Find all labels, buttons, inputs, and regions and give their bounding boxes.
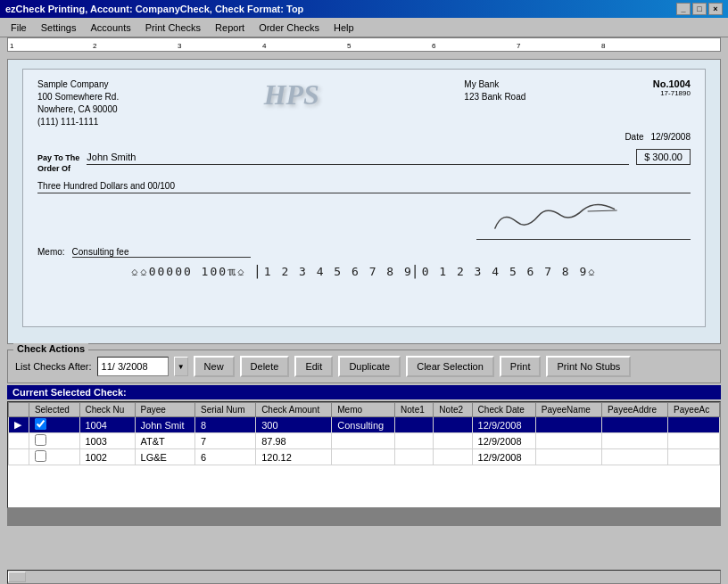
col-note1: Note1 — [395, 403, 434, 417]
edit-button[interactable]: Edit — [294, 356, 333, 377]
pay-to-label: Pay To TheOrder Of — [37, 153, 79, 174]
menu-file[interactable]: File — [4, 21, 34, 35]
row-payee: LG&E — [135, 449, 195, 465]
date-dropdown-button[interactable]: ▼ — [174, 357, 188, 376]
table-row[interactable]: 1003 AT&T 7 87.98 12/9/2008 — [9, 433, 720, 449]
row-payee-name — [535, 433, 601, 449]
memo-section: Memo: Consulting fee — [37, 247, 691, 258]
clear-selection-button[interactable]: Clear Selection — [406, 356, 494, 377]
row-note2 — [434, 417, 472, 433]
menu-help[interactable]: Help — [327, 21, 361, 35]
row-payee-name — [535, 417, 601, 433]
check-number: No.1004 — [653, 78, 691, 89]
row-checkbox[interactable] — [29, 417, 79, 433]
check-actions-panel: Check Actions List Checks After: ▼ New D… — [7, 350, 721, 383]
col-selected: Selected — [29, 403, 79, 417]
print-no-stubs-button[interactable]: Print No Stubs — [546, 356, 631, 377]
col-memo: Memo — [332, 403, 395, 417]
horizontal-scrollbar[interactable] — [7, 570, 721, 584]
close-button[interactable]: × — [708, 3, 723, 15]
col-arrow — [9, 403, 29, 417]
col-payee: Payee — [135, 403, 195, 417]
minimize-button[interactable]: _ — [676, 3, 691, 15]
menu-settings[interactable]: Settings — [34, 21, 84, 35]
table-header-row: Selected Check Nu Payee Serial Num Check… — [9, 403, 720, 417]
row-amount: 87.98 — [256, 433, 332, 449]
check-table-container[interactable]: Selected Check Nu Payee Serial Num Check… — [7, 401, 721, 508]
col-payee-addr: PayeeAddre — [601, 403, 667, 417]
row-date: 12/9/2008 — [472, 417, 535, 433]
delete-button[interactable]: Delete — [240, 356, 290, 377]
row-amount: 120.12 — [256, 449, 332, 465]
row-payee-addr — [601, 449, 667, 465]
title-text: ezCheck Printing, Account: CompanyCheck,… — [5, 4, 303, 14]
row-date: 12/9/2008 — [472, 449, 535, 465]
company-address1: 100 Somewhere Rd. — [37, 91, 119, 103]
bank-address: 123 Bank Road — [464, 91, 525, 103]
duplicate-button[interactable]: Duplicate — [338, 356, 401, 377]
row-serial: 7 — [195, 433, 256, 449]
check-number-area: No.1004 17-71890 — [653, 78, 691, 97]
ruler: 1 2 3 4 5 6 7 8 — [7, 37, 721, 52]
date-line: Date 12/9/2008 — [37, 132, 691, 142]
actions-row: List Checks After: ▼ New Delete Edit Dup… — [15, 356, 713, 377]
row-note2 — [434, 433, 472, 449]
amount-symbol: $ — [644, 152, 649, 162]
micr-line: ⎐⎐00000 100ℼ⎐ ⎢1 2 3 4 5 6 7 8 9⎢0 1 2 3… — [37, 265, 691, 278]
company-address2: Nowhere, CA 90000 — [37, 103, 119, 116]
scrollbar-thumb[interactable] — [8, 572, 26, 582]
check-amount-box: $ 300.00 — [636, 149, 691, 165]
gray-fill-area — [7, 508, 721, 526]
row-check-num: 1002 — [79, 449, 135, 465]
menu-print-checks[interactable]: Print Checks — [138, 21, 208, 35]
signature-area — [37, 204, 691, 240]
row-serial: 8 — [195, 417, 256, 433]
maximize-button[interactable]: □ — [692, 3, 707, 15]
row-payee: AT&T — [135, 433, 195, 449]
bank-name: My Bank — [464, 78, 525, 91]
table-row[interactable]: 1002 LG&E 6 120.12 12/9/2008 — [9, 449, 720, 465]
check-date: 12/9/2008 — [651, 132, 691, 142]
date-label: Date — [625, 132, 643, 142]
menu-order-checks[interactable]: Order Checks — [252, 21, 327, 35]
panel-title: Check Actions — [13, 343, 88, 354]
row-note2 — [434, 449, 472, 465]
new-button[interactable]: New — [194, 356, 235, 377]
payee-name: John Smith — [87, 152, 629, 165]
menu-accounts[interactable]: Accounts — [83, 21, 137, 35]
row-check-num: 1003 — [79, 433, 135, 449]
check-preview-area: Sample Company 100 Somewhere Rd. Nowhere… — [7, 59, 721, 344]
row-checkbox[interactable] — [29, 449, 79, 465]
row-payee-ac — [668, 449, 720, 465]
print-button[interactable]: Print — [500, 356, 542, 377]
pay-to-line: Pay To TheOrder Of John Smith $ 300.00 — [37, 149, 691, 174]
memo-value: Consulting fee — [72, 247, 251, 258]
written-amount: Three Hundred Dollars and 00/100 — [37, 181, 691, 193]
main-content: 1 2 3 4 5 6 7 8 Sample Company 100 Somew… — [0, 37, 728, 584]
current-check-label: Current Selected Check: — [7, 385, 721, 399]
row-arrow: ▶ — [9, 417, 29, 433]
row-payee-addr — [601, 417, 667, 433]
ruler-container: 1 2 3 4 5 6 7 8 — [7, 37, 721, 55]
row-note1 — [395, 449, 434, 465]
row-note1 — [395, 433, 434, 449]
row-payee-name — [535, 449, 601, 465]
col-note2: Note2 — [434, 403, 472, 417]
check-table: Selected Check Nu Payee Serial Num Check… — [8, 402, 720, 465]
menu-report[interactable]: Report — [208, 21, 252, 35]
date-filter-input[interactable] — [97, 357, 169, 376]
bank-info: My Bank 123 Bank Road — [464, 78, 525, 103]
company-info: Sample Company 100 Somewhere Rd. Nowhere… — [37, 78, 119, 128]
row-checkbox[interactable] — [29, 433, 79, 449]
col-check-num: Check Nu — [79, 403, 135, 417]
row-payee-addr — [601, 433, 667, 449]
hps-logo: HPS — [264, 78, 319, 111]
table-row[interactable]: ▶ 1004 John Smit 8 300 Consulting 12/9/2… — [9, 417, 720, 433]
check-paper: Sample Company 100 Somewhere Rd. Nowhere… — [22, 69, 706, 327]
col-payee-ac: PayeeAc — [668, 403, 720, 417]
check-header: Sample Company 100 Somewhere Rd. Nowhere… — [37, 78, 691, 128]
row-payee-ac — [668, 417, 720, 433]
row-check-num: 1004 — [79, 417, 135, 433]
row-note1 — [395, 417, 434, 433]
row-payee: John Smit — [135, 417, 195, 433]
